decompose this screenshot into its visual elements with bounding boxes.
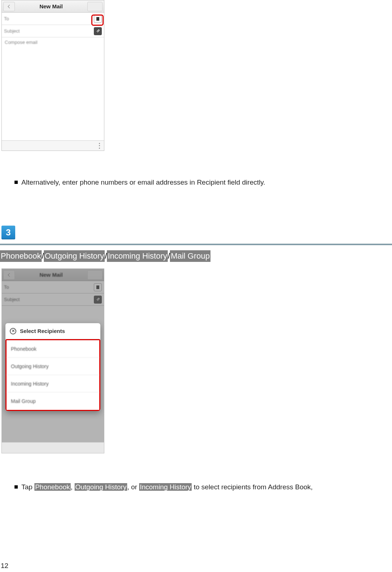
bullet-alternative-entry: Alternatively, enter phone numbers or em… (14, 178, 377, 187)
popup-options-highlighted: Phonebook Outgoing History Incoming Hist… (5, 339, 100, 411)
heading-phonebook: Phonebook (0, 250, 42, 262)
inline-outgoing-history: Outgoing History (75, 483, 128, 491)
contact-icon (96, 17, 100, 21)
overflow-menu-icon[interactable] (99, 143, 100, 149)
compose-area[interactable]: Compose email (2, 37, 104, 47)
heading-incoming-history: Incoming History (107, 250, 168, 262)
close-icon[interactable]: ✕ (10, 328, 16, 334)
phone-header: New Mail (2, 0, 104, 13)
screen-title: New Mail (15, 3, 87, 9)
back-arrow-icon (7, 4, 12, 9)
attachment-button[interactable] (94, 27, 102, 35)
option-incoming-history[interactable]: Incoming History (7, 375, 99, 392)
subject-label: Subject (4, 28, 94, 34)
option-mail-group[interactable]: Mail Group (7, 392, 99, 410)
phone-footer (2, 140, 104, 151)
option-outgoing-history[interactable]: Outgoing History (7, 358, 99, 375)
clip-icon (96, 29, 100, 33)
screenshot-new-mail: New Mail To Subject Compose email (1, 0, 104, 151)
send-button[interactable] (87, 2, 103, 11)
select-recipients-popup: ✕ Select Recipients Phonebook Outgoing H… (5, 323, 100, 411)
popup-title: Select Recipients (20, 328, 65, 334)
popup-header: ✕ Select Recipients (5, 323, 100, 339)
menu-options-heading: Phonebook / Outgoing History / Incoming … (0, 250, 210, 262)
inline-incoming-history: Incoming History (139, 483, 192, 491)
bullet-icon (14, 485, 18, 489)
heading-outgoing-history: Outgoing History (44, 250, 105, 262)
add-recipient-button[interactable] (94, 15, 102, 23)
bullet-text: Alternatively, enter phone numbers or em… (21, 178, 265, 187)
inline-phonebook: Phonebook (34, 483, 71, 491)
heading-mail-group: Mail Group (170, 250, 210, 262)
option-phonebook[interactable]: Phonebook (7, 340, 99, 358)
phone-footer (2, 442, 104, 453)
step-divider (0, 244, 392, 245)
recipient-row[interactable]: To (2, 13, 104, 25)
svg-rect-0 (96, 17, 99, 21)
bullet-icon (14, 181, 18, 184)
page-number: 12 (1, 562, 8, 570)
to-label: To (4, 16, 94, 21)
step-number-badge: 3 (1, 226, 15, 239)
subject-row[interactable]: Subject (2, 25, 104, 37)
back-button[interactable] (3, 2, 15, 11)
screenshot-select-recipients: New Mail To Subject ✕ Select Recipients … (1, 268, 104, 453)
bullet-tap-instruction: Tap Phonebook, Outgoing History, or Inco… (14, 482, 391, 492)
bullet-text: Tap Phonebook, Outgoing History, or Inco… (21, 482, 313, 492)
